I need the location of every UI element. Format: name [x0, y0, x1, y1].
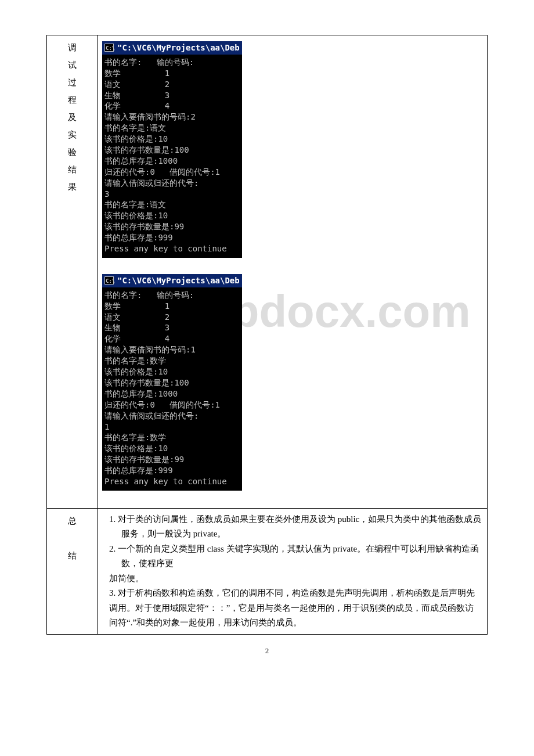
cmd-icon: C:\ — [104, 44, 114, 52]
console-title-bar: C:\ "C:\VC6\MyProjects\aa\Deb — [102, 274, 242, 287]
document-table: 调试过程及实验结果 www.bdocx.com C:\ "C:\VC6\MyPr… — [46, 35, 488, 635]
console-output: 书的名字: 输的号码: 数学 1 语文 2 生物 3 化学 4 请输入要借阅书的… — [102, 55, 242, 258]
console-title-text: "C:\VC6\MyProjects\aa\Deb — [117, 42, 240, 53]
debug-label-text: 调试过程及实验结果 — [52, 39, 92, 196]
console-title-bar: C:\ "C:\VC6\MyProjects\aa\Deb — [102, 41, 242, 55]
summary-label-text: 总 结 — [52, 512, 92, 564]
row-label-debug: 调试过程及实验结果 — [47, 35, 98, 509]
console-screenshot-2: C:\ "C:\VC6\MyProjects\aa\Deb 书的名字: 输的号码… — [102, 274, 242, 491]
summary-point-3: 3. 对于析构函数和构造函数，它们的调用不同，构造函数是先声明先调用，析构函数是… — [102, 586, 482, 631]
row-label-summary: 总 结 — [47, 508, 98, 634]
page-number: 2 — [46, 646, 488, 656]
summary-point-1: 1. 对于类的访问属性，函数成员如果主要在类外使用及设为 public，如果只为… — [102, 512, 482, 542]
console-title-text: "C:\VC6\MyProjects\aa\Deb — [117, 275, 240, 286]
summary-content-cell: 1. 对于类的访问属性，函数成员如果主要在类外使用及设为 public，如果只为… — [98, 508, 488, 634]
console-screenshot-1: C:\ "C:\VC6\MyProjects\aa\Deb 书的名字: 输的号码… — [102, 41, 242, 258]
summary-point-2: 2. 一个新的自定义类型用 class 关键字实现的，其默认值为 private… — [102, 542, 482, 571]
summary-point-2b: 加简便。 — [102, 571, 482, 586]
console-output: 书的名字: 输的号码: 数学 1 语文 2 生物 3 化学 4 请输入要借阅书的… — [102, 287, 242, 491]
debug-content-cell: www.bdocx.com C:\ "C:\VC6\MyProjects\aa\… — [98, 35, 488, 509]
cmd-icon: C:\ — [104, 276, 114, 285]
